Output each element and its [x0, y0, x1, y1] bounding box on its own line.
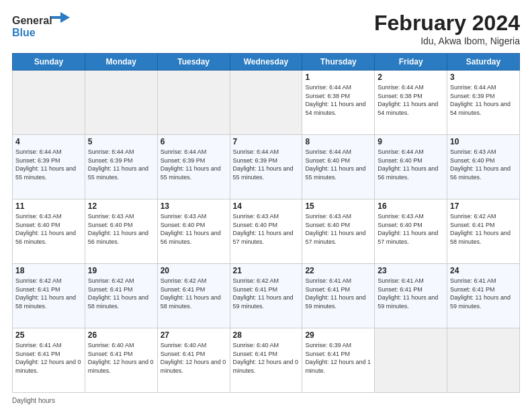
calendar-week-2: 4Sunrise: 6:44 AMSunset: 6:39 PMDaylight… [13, 135, 520, 199]
calendar-cell: 12Sunrise: 6:43 AMSunset: 6:40 PMDayligh… [85, 199, 157, 264]
day-number: 2 [378, 73, 444, 82]
day-info: Sunrise: 6:42 AMSunset: 6:41 PMDaylight:… [450, 212, 517, 246]
legend: Daylight hours [12, 397, 520, 404]
weekday-header-saturday: Saturday [447, 54, 520, 71]
day-number: 29 [305, 330, 371, 340]
day-number: 12 [88, 201, 154, 211]
day-number: 15 [305, 201, 371, 211]
day-info: Sunrise: 6:44 AMSunset: 6:39 PMDaylight:… [88, 148, 154, 181]
day-info: Sunrise: 6:40 AMSunset: 6:41 PMDaylight:… [161, 341, 227, 375]
day-info: Sunrise: 6:40 AMSunset: 6:41 PMDaylight:… [233, 341, 300, 375]
day-number: 13 [161, 201, 227, 211]
day-info: Sunrise: 6:43 AMSunset: 6:40 PMDaylight:… [15, 212, 82, 246]
svg-text:General: General [12, 15, 52, 26]
calendar-body: 1Sunrise: 6:44 AMSunset: 6:38 PMDaylight… [13, 71, 520, 393]
day-number: 3 [450, 73, 517, 82]
day-info: Sunrise: 6:41 AMSunset: 6:41 PMDaylight:… [305, 277, 371, 310]
calendar-cell: 21Sunrise: 6:42 AMSunset: 6:41 PMDayligh… [230, 264, 302, 328]
day-info: Sunrise: 6:44 AMSunset: 6:40 PMDaylight:… [305, 148, 371, 181]
day-info: Sunrise: 6:41 AMSunset: 6:41 PMDaylight:… [378, 277, 444, 310]
day-info: Sunrise: 6:41 AMSunset: 6:41 PMDaylight:… [450, 277, 517, 310]
day-info: Sunrise: 6:43 AMSunset: 6:40 PMDaylight:… [233, 212, 300, 246]
day-info: Sunrise: 6:43 AMSunset: 6:40 PMDaylight:… [305, 212, 371, 246]
svg-marker-2 [51, 12, 70, 23]
calendar-cell: 24Sunrise: 6:41 AMSunset: 6:41 PMDayligh… [447, 264, 520, 328]
day-info: Sunrise: 6:43 AMSunset: 6:40 PMDaylight:… [88, 212, 154, 246]
calendar-cell: 23Sunrise: 6:41 AMSunset: 6:41 PMDayligh… [375, 264, 447, 328]
logo-icon: General Blue [12, 11, 73, 40]
day-number: 25 [15, 330, 82, 340]
day-number: 26 [88, 330, 154, 340]
calendar-cell [230, 71, 302, 135]
calendar-cell: 15Sunrise: 6:43 AMSunset: 6:40 PMDayligh… [302, 199, 375, 264]
day-number: 23 [378, 266, 444, 275]
day-info: Sunrise: 6:42 AMSunset: 6:41 PMDaylight:… [233, 277, 300, 310]
day-info: Sunrise: 6:43 AMSunset: 6:40 PMDaylight:… [450, 148, 517, 181]
day-info: Sunrise: 6:43 AMSunset: 6:40 PMDaylight:… [378, 212, 444, 246]
calendar-cell: 28Sunrise: 6:40 AMSunset: 6:41 PMDayligh… [230, 328, 302, 393]
calendar-cell: 9Sunrise: 6:44 AMSunset: 6:40 PMDaylight… [375, 135, 447, 199]
day-number: 21 [233, 266, 300, 275]
day-number: 19 [88, 266, 154, 275]
logo: General Blue [12, 11, 73, 43]
calendar-cell: 2Sunrise: 6:44 AMSunset: 6:38 PMDaylight… [375, 71, 447, 135]
day-info: Sunrise: 6:44 AMSunset: 6:39 PMDaylight:… [161, 148, 227, 181]
day-number: 14 [233, 201, 300, 211]
calendar-cell [157, 71, 230, 135]
calendar-cell [85, 71, 157, 135]
location: Idu, Akwa Ibom, Nigeria [374, 36, 520, 46]
calendar-week-5: 25Sunrise: 6:41 AMSunset: 6:41 PMDayligh… [13, 328, 520, 393]
day-info: Sunrise: 6:42 AMSunset: 6:41 PMDaylight:… [15, 277, 82, 310]
day-number: 1 [305, 73, 371, 82]
header: General Blue February 2024 Idu, Akwa Ibo… [12, 11, 520, 46]
svg-text:Blue: Blue [12, 27, 36, 38]
calendar-cell: 3Sunrise: 6:44 AMSunset: 6:39 PMDaylight… [447, 71, 520, 135]
calendar-cell: 27Sunrise: 6:40 AMSunset: 6:41 PMDayligh… [157, 328, 230, 393]
calendar-cell: 6Sunrise: 6:44 AMSunset: 6:39 PMDaylight… [157, 135, 230, 199]
day-number: 18 [15, 266, 82, 275]
calendar-cell: 17Sunrise: 6:42 AMSunset: 6:41 PMDayligh… [447, 199, 520, 264]
month-year: February 2024 [374, 11, 520, 36]
calendar-header: SundayMondayTuesdayWednesdayThursdayFrid… [13, 54, 520, 71]
weekday-header-row: SundayMondayTuesdayWednesdayThursdayFrid… [13, 54, 520, 71]
day-info: Sunrise: 6:41 AMSunset: 6:41 PMDaylight:… [15, 341, 82, 375]
day-number: 27 [161, 330, 227, 340]
calendar-cell: 25Sunrise: 6:41 AMSunset: 6:41 PMDayligh… [13, 328, 85, 393]
day-number: 20 [161, 266, 227, 275]
calendar-cell: 10Sunrise: 6:43 AMSunset: 6:40 PMDayligh… [447, 135, 520, 199]
day-number: 16 [378, 201, 444, 211]
calendar-cell [375, 328, 447, 393]
day-number: 7 [233, 137, 300, 146]
day-number: 9 [378, 137, 444, 146]
weekday-header-tuesday: Tuesday [157, 54, 230, 71]
calendar-cell: 4Sunrise: 6:44 AMSunset: 6:39 PMDaylight… [13, 135, 85, 199]
calendar-cell: 26Sunrise: 6:40 AMSunset: 6:41 PMDayligh… [85, 328, 157, 393]
day-number: 11 [15, 201, 82, 211]
calendar-week-1: 1Sunrise: 6:44 AMSunset: 6:38 PMDaylight… [13, 71, 520, 135]
weekday-header-monday: Monday [85, 54, 157, 71]
title-block: February 2024 Idu, Akwa Ibom, Nigeria [374, 11, 520, 46]
day-number: 24 [450, 266, 517, 275]
day-info: Sunrise: 6:44 AMSunset: 6:39 PMDaylight:… [15, 148, 82, 181]
day-number: 6 [161, 137, 227, 146]
calendar-cell: 7Sunrise: 6:44 AMSunset: 6:39 PMDaylight… [230, 135, 302, 199]
weekday-header-friday: Friday [375, 54, 447, 71]
weekday-header-sunday: Sunday [13, 54, 85, 71]
weekday-header-wednesday: Wednesday [230, 54, 302, 71]
daylight-label: Daylight hours [12, 397, 55, 404]
weekday-header-thursday: Thursday [302, 54, 375, 71]
day-number: 4 [15, 137, 82, 146]
calendar-week-3: 11Sunrise: 6:43 AMSunset: 6:40 PMDayligh… [13, 199, 520, 264]
calendar-cell: 13Sunrise: 6:43 AMSunset: 6:40 PMDayligh… [157, 199, 230, 264]
day-number: 8 [305, 137, 371, 146]
calendar-table: SundayMondayTuesdayWednesdayThursdayFrid… [12, 53, 520, 393]
calendar-cell: 8Sunrise: 6:44 AMSunset: 6:40 PMDaylight… [302, 135, 375, 199]
calendar-cell [447, 328, 520, 393]
calendar-cell [13, 71, 85, 135]
day-info: Sunrise: 6:39 AMSunset: 6:41 PMDaylight:… [305, 341, 371, 375]
day-info: Sunrise: 6:44 AMSunset: 6:38 PMDaylight:… [305, 83, 371, 117]
logo-text: General Blue [12, 11, 73, 43]
calendar-cell: 29Sunrise: 6:39 AMSunset: 6:41 PMDayligh… [302, 328, 375, 393]
calendar-week-4: 18Sunrise: 6:42 AMSunset: 6:41 PMDayligh… [13, 264, 520, 328]
day-number: 5 [88, 137, 154, 146]
